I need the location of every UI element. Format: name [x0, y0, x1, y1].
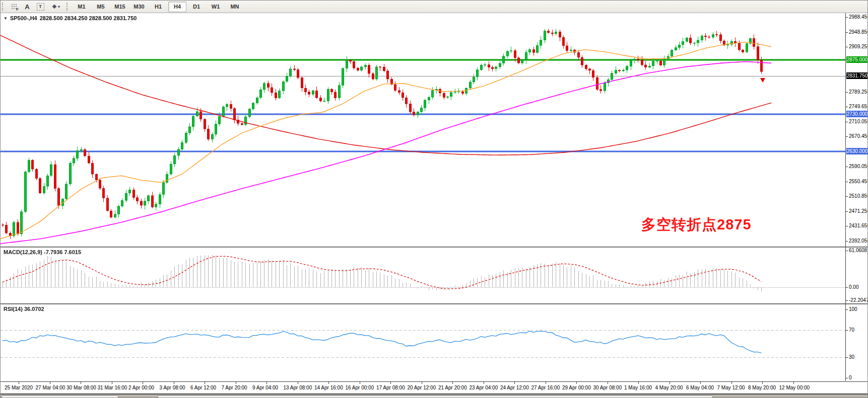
time-axis-tick — [298, 382, 298, 384]
hline-price-label[interactable]: 2630.000 — [846, 148, 868, 154]
price-tick: 2988.450 — [849, 14, 868, 20]
chart-annotation: 多空转折点2875 — [641, 215, 752, 235]
time-axis-tick — [546, 382, 546, 384]
symbol-header[interactable]: ▼ SP500-,H4 2828.500 2834.250 2828.500 2… — [4, 15, 137, 21]
chevron-down-icon[interactable]: ▼ — [4, 16, 8, 21]
time-axis-label: 16 Apr 00:00 — [346, 385, 374, 390]
time-axis-label: 1 May 16:00 — [624, 385, 652, 390]
time-axis-tick — [731, 382, 732, 384]
macd-tick: 61.0608 — [849, 248, 867, 253]
time-axis-tick — [514, 382, 515, 384]
price-tick: 2392.050 — [849, 238, 868, 244]
time-axis-tick — [328, 382, 329, 384]
time-axis-label: 6 May 04:00 — [686, 385, 714, 390]
time-axis-label: 27 Apr 16:00 — [531, 385, 560, 390]
timeframe-button-d1[interactable]: D1 — [187, 2, 206, 12]
timeframe-button-h4[interactable]: H4 — [168, 2, 186, 12]
price-tick: 2710.050 — [849, 119, 868, 124]
rsi-tick: 0 — [849, 375, 852, 380]
macd-canvas[interactable] — [1, 248, 845, 303]
time-axis-tick — [360, 382, 360, 384]
time-axis-label: 12 May 00:00 — [779, 385, 810, 390]
time-axis[interactable]: 25 Mar 202027 Mar 04:0030 Mar 08:0031 Ma… — [1, 381, 868, 393]
toolbar-grip[interactable] — [2, 3, 5, 11]
rsi-label: RSI(14) 36.0702 — [4, 306, 44, 312]
time-axis-tick — [143, 382, 143, 384]
symbol-ohlc: 2828.500 2834.250 2828.500 2831.750 — [40, 15, 137, 21]
chart-tab[interactable] — [2, 395, 118, 398]
time-axis-label: 14 Apr 16:00 — [314, 385, 343, 390]
time-axis-label: 9 Apr 04:00 — [252, 385, 278, 390]
timeframe-button-w1[interactable]: W1 — [207, 2, 225, 12]
time-axis-label: 17 Apr 08:00 — [376, 385, 405, 390]
time-axis-label: 30 Mar 08:00 — [66, 385, 96, 390]
time-axis-tick — [422, 382, 422, 384]
top-toolbar: F A T ❖▾ M1M5M15M30H1H4D1W1MN — [1, 1, 868, 13]
main-chart-canvas[interactable] — [1, 13, 845, 247]
time-axis-label: 7 Apr 20:00 — [222, 385, 247, 390]
time-axis-label: 8 May 20:00 — [748, 385, 776, 390]
mt4-window: F A T ❖▾ M1M5M15M30H1H4D1W1MN ▼ SP500-,H… — [0, 0, 868, 398]
price-tick: 2431.650 — [849, 223, 868, 228]
rsi-tick: 70 — [849, 327, 854, 333]
price-axis[interactable]: 2988.4502948.8502909.2502789.2502749.650… — [846, 13, 868, 381]
time-axis-tick — [236, 382, 236, 384]
chart-tabs-strip[interactable] — [1, 393, 868, 398]
time-axis-tick — [50, 382, 50, 384]
time-axis-label: 31 Mar 16:00 — [98, 385, 127, 390]
text-icon[interactable]: A — [21, 1, 34, 12]
time-axis-label: 25 Mar 2020 — [5, 385, 33, 390]
timeframe-button-m15[interactable]: M15 — [111, 2, 129, 12]
time-axis-tick — [452, 382, 453, 384]
main-chart-panel: ▼ SP500-,H4 2828.500 2834.250 2828.500 2… — [1, 13, 868, 247]
time-axis-label: 7 May 12:00 — [717, 385, 745, 390]
time-axis-label: 21 Apr 20:00 — [438, 385, 467, 390]
time-axis-label: 30 Apr 08:00 — [593, 385, 622, 390]
symbol-name: SP500-,H4 — [10, 15, 37, 21]
timeframe-button-m1[interactable]: M1 — [73, 2, 91, 12]
time-axis-label: 3 Apr 08:00 — [160, 385, 185, 390]
macd-tick: -22.2047 — [849, 297, 868, 303]
rsi-tick: 100 — [849, 306, 857, 312]
time-axis-tick — [670, 382, 670, 384]
price-tick: 2510.850 — [849, 193, 868, 199]
time-axis-label: 23 Apr 04:00 — [470, 385, 498, 390]
time-axis-tick — [266, 382, 267, 384]
time-axis-label: 13 Apr 08:00 — [284, 385, 312, 390]
timeframe-toolbar: M1M5M15M30H1H4D1W1MN — [72, 2, 244, 12]
toolbar-grip-2[interactable] — [66, 3, 70, 11]
hline-price-label[interactable]: 2730.000 — [846, 111, 868, 117]
price-tick: 2749.650 — [849, 104, 868, 109]
time-axis-tick — [390, 382, 391, 384]
timeframe-button-m30[interactable]: M30 — [130, 2, 148, 12]
time-axis-tick — [19, 382, 19, 384]
price-tick: 2590.050 — [849, 164, 868, 169]
rsi-tick: 30 — [849, 354, 854, 360]
label-icon[interactable]: T — [34, 1, 47, 12]
time-axis-tick — [608, 382, 608, 384]
time-axis-tick — [700, 382, 701, 384]
rsi-canvas[interactable] — [1, 304, 845, 381]
fibonacci-icon[interactable]: F — [8, 1, 21, 12]
time-axis-tick — [576, 382, 577, 384]
time-axis-tick — [484, 382, 484, 384]
macd-panel: MACD(12,26,9) -7.7936 7.6015 — [1, 248, 868, 303]
macd-tick: 0.00 — [849, 284, 858, 290]
timeframe-button-h1[interactable]: H1 — [149, 2, 167, 12]
current-price-label[interactable]: 2831.750 — [846, 72, 868, 79]
hline-price-label[interactable]: 2875.000 — [846, 56, 868, 63]
timeframe-button-m5[interactable]: M5 — [92, 2, 110, 12]
price-tick: 2550.450 — [849, 179, 868, 184]
price-tick: 2948.850 — [849, 29, 868, 35]
sell-arrow-marker — [760, 78, 765, 83]
time-axis-tick — [205, 382, 205, 384]
arrows-icon[interactable]: ❖▾ — [47, 1, 65, 12]
time-axis-label: 2 Apr 00:00 — [128, 385, 154, 390]
time-axis-label: 4 May 20:00 — [655, 385, 683, 390]
time-axis-label: 6 Apr 12:00 — [190, 385, 216, 390]
timeframe-button-mn[interactable]: MN — [226, 2, 244, 12]
chart-tab[interactable] — [158, 395, 713, 398]
chevron-down-icon[interactable]: ▾ — [58, 5, 60, 9]
time-axis-label: 27 Mar 04:00 — [36, 385, 65, 390]
rsi-panel: RSI(14) 36.0702 — [1, 304, 868, 381]
